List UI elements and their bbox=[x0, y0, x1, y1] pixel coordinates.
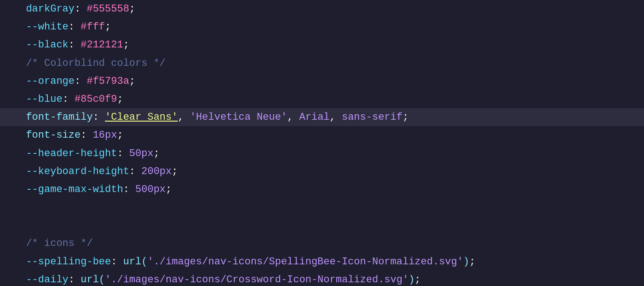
code-token: ; bbox=[105, 19, 111, 35]
code-token: #212121 bbox=[80, 37, 123, 53]
code-editor: darkGray: #555558; --white: #fff; --blac… bbox=[0, 0, 644, 286]
code-token: : bbox=[75, 73, 86, 89]
code-token: : bbox=[117, 146, 129, 162]
code-line bbox=[0, 198, 644, 216]
code-token: './images/nav-icons/SpellingBee-Icon-Nor… bbox=[147, 254, 463, 270]
code-token: /* Colorblind colors */ bbox=[14, 55, 166, 71]
code-line: --daily: url('./images/nav-icons/Crosswo… bbox=[0, 271, 644, 286]
code-token: --white bbox=[14, 19, 69, 35]
code-token: 'Clear Sans' bbox=[105, 109, 178, 125]
code-line: --spelling-bee: url('./images/nav-icons/… bbox=[0, 253, 644, 271]
code-line: --keyboard-height: 200px; bbox=[0, 163, 644, 181]
code-token: --black bbox=[14, 37, 69, 53]
code-token: --blue bbox=[14, 91, 63, 107]
code-token: font-size bbox=[14, 127, 80, 143]
code-token: 500px bbox=[135, 181, 166, 198]
code-token: font-family bbox=[14, 109, 93, 125]
code-token: : bbox=[111, 254, 123, 270]
code-token: sans-serif bbox=[342, 109, 402, 125]
code-line: --orange: #f5793a; bbox=[0, 72, 644, 90]
code-token: ) bbox=[408, 272, 414, 286]
code-token: : bbox=[129, 163, 141, 180]
code-token: /* icons */ bbox=[14, 235, 93, 251]
code-token: : bbox=[93, 109, 105, 125]
code-token: './images/nav-icons/Crossword-Icon-Norma… bbox=[105, 272, 408, 286]
code-token: : bbox=[69, 37, 80, 53]
code-token: #85c0f9 bbox=[75, 91, 117, 107]
code-token: 200px bbox=[141, 163, 172, 180]
code-token: ; bbox=[469, 254, 475, 270]
code-token: ; bbox=[166, 181, 172, 198]
code-token: ; bbox=[129, 1, 135, 17]
code-token: , bbox=[178, 109, 190, 125]
code-token: Arial bbox=[299, 109, 330, 125]
code-token: 50px bbox=[129, 146, 154, 162]
code-token: url( bbox=[123, 254, 148, 270]
code-token: ; bbox=[117, 91, 123, 107]
code-token: ; bbox=[154, 146, 160, 162]
code-token: ; bbox=[117, 127, 123, 143]
code-line: darkGray: #555558; bbox=[0, 0, 644, 18]
code-token: --keyboard-height bbox=[14, 163, 129, 180]
code-token: #555558 bbox=[86, 1, 129, 17]
code-line: /* icons */ bbox=[0, 234, 644, 252]
code-line: --black: #212121; bbox=[0, 36, 644, 54]
code-token: ; bbox=[123, 37, 129, 53]
code-token: : bbox=[123, 181, 135, 198]
code-line: /* Colorblind colors */ bbox=[0, 54, 644, 72]
code-token: ) bbox=[463, 254, 469, 270]
code-token: url( bbox=[80, 272, 105, 286]
code-token: --spelling-bee bbox=[14, 254, 111, 270]
code-token: --game-max-width bbox=[14, 181, 123, 198]
code-token: : bbox=[69, 272, 80, 286]
code-token: : bbox=[80, 127, 92, 143]
code-token: ; bbox=[129, 73, 135, 89]
code-line: font-size: 16px; bbox=[0, 126, 644, 144]
code-token: , bbox=[287, 109, 299, 125]
code-token: ; bbox=[414, 272, 420, 286]
code-token: --daily bbox=[14, 272, 69, 286]
code-line: --game-max-width: 500px; bbox=[0, 181, 644, 198]
code-token: , bbox=[330, 109, 342, 125]
code-token: : bbox=[75, 1, 86, 17]
code-line: font-family: 'Clear Sans', 'Helvetica Ne… bbox=[0, 108, 644, 126]
code-token: 'Helvetica Neue' bbox=[190, 109, 287, 125]
code-token: #fff bbox=[80, 19, 105, 35]
code-line: --white: #fff; bbox=[0, 18, 644, 36]
code-token: : bbox=[63, 91, 75, 107]
code-line: --blue: #85c0f9; bbox=[0, 90, 644, 108]
code-token: 16px bbox=[93, 127, 117, 143]
code-token: ; bbox=[402, 109, 408, 125]
code-token: #f5793a bbox=[86, 73, 129, 89]
code-token: --orange bbox=[14, 73, 75, 89]
code-token: darkGray bbox=[14, 1, 75, 17]
code-line: --header-height: 50px; bbox=[0, 145, 644, 163]
code-token: --header-height bbox=[14, 146, 117, 162]
code-token: : bbox=[69, 19, 80, 35]
code-line bbox=[0, 216, 644, 234]
code-token: ; bbox=[172, 163, 178, 180]
